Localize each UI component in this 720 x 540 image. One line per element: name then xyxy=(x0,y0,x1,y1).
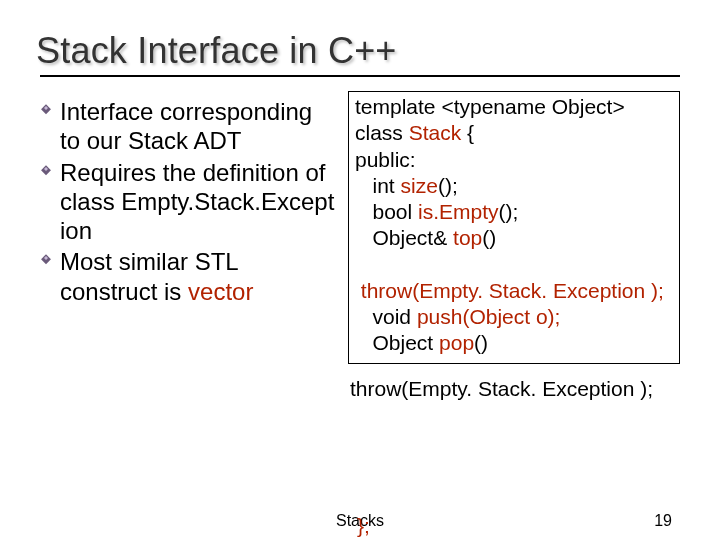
code-method: push xyxy=(417,305,463,328)
code-text: Object& xyxy=(355,226,453,249)
code-method: is.Empty xyxy=(418,200,499,223)
code-text: (); xyxy=(438,174,458,197)
code-text: { xyxy=(461,121,474,144)
code-column: template <typename Object> class Stack {… xyxy=(348,91,680,402)
code-text: Object xyxy=(355,331,439,354)
code-line: template <typename Object> xyxy=(355,95,625,118)
slide-title: Stack Interface in C++ xyxy=(36,30,680,72)
bullet-item: Most similar STL construct is vector xyxy=(40,247,338,306)
diamond-bullet-icon xyxy=(40,165,54,246)
bullet-list: Interface corresponding to our Stack ADT… xyxy=(40,91,338,402)
title-underline xyxy=(40,75,680,77)
code-text: (Object o); xyxy=(462,305,560,328)
code-text: () xyxy=(474,331,488,354)
code-text: () xyxy=(482,226,496,249)
code-throw: throw(Empty. Stack. Exception ); xyxy=(355,279,664,302)
code-text: bool xyxy=(355,200,418,223)
bullet-item: Interface corresponding to our Stack ADT xyxy=(40,97,338,156)
slide: Stack Interface in C++ Interface corresp… xyxy=(0,0,720,540)
content-columns: Interface corresponding to our Stack ADT… xyxy=(40,91,680,402)
code-method: size xyxy=(401,174,438,197)
code-text: class xyxy=(355,121,409,144)
code-block: template <typename Object> class Stack {… xyxy=(355,94,673,357)
code-text: (); xyxy=(499,200,519,223)
code-text: int xyxy=(355,174,401,197)
page-number: 19 xyxy=(654,512,672,530)
diamond-bullet-icon xyxy=(40,104,54,156)
code-closing-brace: }; xyxy=(357,514,370,538)
code-throw-outside: throw(Empty. Stack. Exception ); xyxy=(348,376,680,402)
bullet-text-vector: vector xyxy=(188,278,253,305)
code-text: void xyxy=(355,305,417,328)
diamond-bullet-icon xyxy=(40,254,54,306)
bullet-text: Requires the definition of class Empty.S… xyxy=(60,158,338,246)
code-method: top xyxy=(453,226,482,249)
code-method: pop xyxy=(439,331,474,354)
code-line: public: xyxy=(355,148,416,171)
bullet-text: Most similar STL construct is vector xyxy=(60,247,338,306)
bullet-text: Interface corresponding to our Stack ADT xyxy=(60,97,338,156)
bullet-item: Requires the definition of class Empty.S… xyxy=(40,158,338,246)
code-classname: Stack xyxy=(409,121,462,144)
code-box: template <typename Object> class Stack {… xyxy=(348,91,680,364)
